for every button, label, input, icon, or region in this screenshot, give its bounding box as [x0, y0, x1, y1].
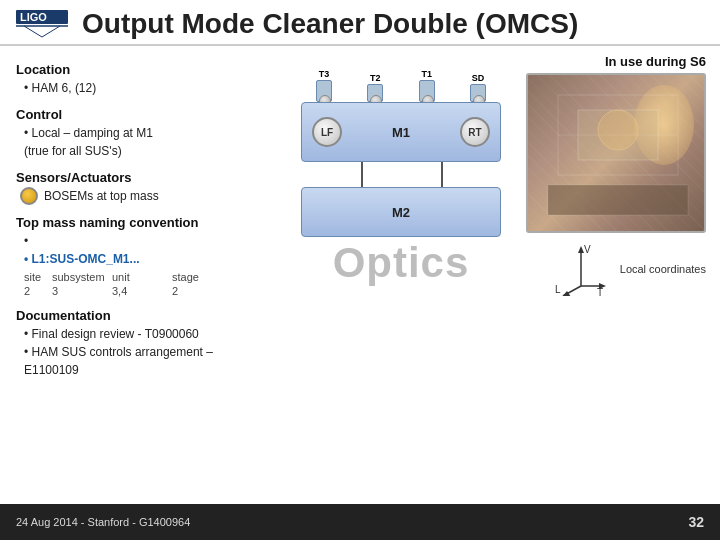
bosem-row: BOSEMs at top mass [20, 187, 266, 205]
ligo-logo-image: LIGO [16, 10, 68, 38]
sd-label: SD [472, 73, 485, 83]
ligo-logo: LIGO [16, 10, 68, 38]
left-column: Location • HAM 6, (12) Control • Local –… [16, 54, 276, 490]
optics-label: Optics [291, 239, 511, 287]
equipment-photo [526, 73, 706, 233]
t3-label: T3 [319, 69, 330, 79]
naming-col-unit: unit [112, 270, 172, 284]
right-column: In use during S6 V [526, 54, 706, 490]
rt-actuator: RT [460, 117, 490, 147]
svg-text:T: T [597, 287, 603, 296]
t2-connector: T2 [367, 73, 383, 102]
in-use-text: In use during S6 [605, 54, 706, 69]
naming-col-site: site [24, 270, 52, 284]
location-text: • HAM 6, (12) [24, 79, 266, 97]
coordinate-axes: V T L [553, 241, 608, 296]
footer: 24 Aug 2014 - Stanford - G1400964 32 [0, 504, 720, 540]
wire-right [441, 162, 443, 187]
m1-mass-box: LF M1 RT [301, 102, 501, 162]
location-label: Location [16, 62, 266, 77]
top-mass-body: • • L1:SUS-OMC_M1... [24, 232, 266, 268]
naming-col-stage: stage [172, 270, 212, 284]
doc-item-0: • Final design review - T0900060 [24, 325, 266, 343]
svg-text:L: L [555, 284, 561, 295]
location-body: • HAM 6, (12) [24, 79, 266, 97]
page-title: Output Mode Cleaner Double (OMCS) [82, 8, 578, 40]
bosem-icon [20, 187, 38, 205]
svg-line-4 [42, 26, 60, 37]
documentation-body: • Final design review - T0900060 • HAM S… [24, 325, 266, 379]
t1-label: T1 [421, 69, 432, 79]
local-coordinates: V T L Local coordinates [553, 241, 706, 296]
svg-text:V: V [584, 244, 591, 255]
bosem-text: BOSEMs at top mass [44, 189, 159, 203]
lf-actuator: LF [312, 117, 342, 147]
top-mass-label: Top mass naming convention [16, 215, 266, 230]
control-line2: (true for all SUS's) [24, 142, 266, 160]
diagram: T3 T2 T1 [291, 58, 511, 287]
naming-val-subsystem: 3 [52, 284, 112, 298]
footer-date: 24 Aug 2014 - Stanford - G1400964 [16, 516, 190, 528]
top-mass-line1: • • L1:SUS-OMC_M1... [24, 232, 266, 268]
sd-connector: SD [470, 73, 486, 102]
naming-table: site subsystem unit stage 2 3 3,4 2 [24, 270, 266, 298]
svg-point-8 [598, 110, 638, 150]
t1-connector: T1 [419, 69, 435, 102]
m1-label: M1 [392, 125, 410, 140]
m2-label: M2 [392, 205, 410, 220]
footer-page: 32 [688, 514, 704, 530]
main-content: Location • HAM 6, (12) Control • Local –… [0, 46, 720, 498]
control-body: • Local – damping at M1 (true for all SU… [24, 124, 266, 160]
doc-item-1: • HAM SUS controls arrangement – E110010… [24, 343, 266, 379]
sensors-label: Sensors/Actuators [16, 170, 266, 185]
naming-val-unit: 3,4 [112, 284, 172, 298]
naming-val-stage: 2 [172, 284, 212, 298]
m2-mass-box: M2 [301, 187, 501, 237]
control-label: Control [16, 107, 266, 122]
header: LIGO Output Mode Cleaner Double (OMCS) [0, 0, 720, 46]
t3-connector: T3 [316, 69, 332, 102]
naming-col-subsystem: subsystem [52, 270, 112, 284]
suspension-wires [301, 162, 501, 187]
naming-val-site: 2 [24, 284, 52, 298]
diagram-column: T3 T2 T1 [276, 54, 526, 490]
svg-line-3 [24, 26, 42, 37]
control-line1: • Local – damping at M1 [24, 124, 266, 142]
t2-label: T2 [370, 73, 381, 83]
svg-rect-9 [548, 185, 688, 215]
wire-left [361, 162, 363, 187]
documentation-label: Documentation [16, 308, 266, 323]
local-coords-label: Local coordinates [620, 263, 706, 275]
svg-text:LIGO: LIGO [20, 11, 47, 23]
photo-svg [528, 75, 706, 233]
